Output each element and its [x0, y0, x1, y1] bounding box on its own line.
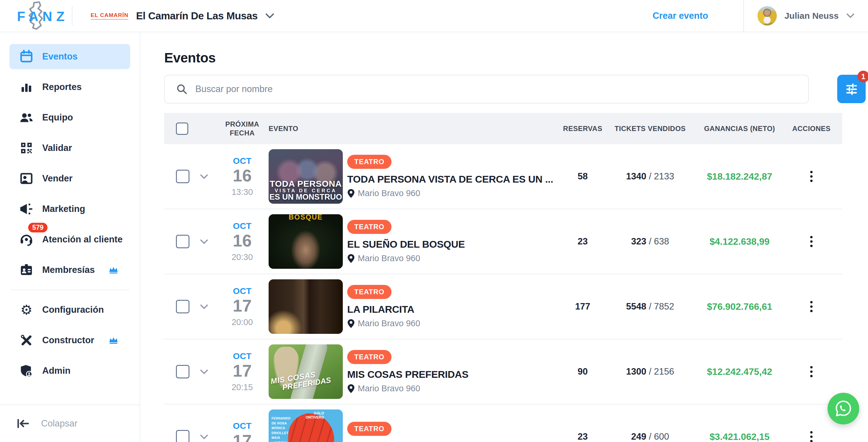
filter-sliders-icon	[844, 82, 859, 97]
sidebar-divider	[10, 290, 129, 290]
brand-text: FANZ	[17, 8, 69, 24]
bar-chart-icon	[19, 80, 34, 95]
avatar	[757, 6, 777, 26]
collapse-arrow-icon	[17, 419, 29, 428]
people-icon	[19, 110, 34, 125]
earnings-value: $76.902.766,61	[693, 301, 786, 312]
venue-logo: EL CAMARÍN	[91, 12, 128, 20]
venue-name: El Camarín De Las Musas	[136, 10, 258, 22]
event-info: TEATRO MIS COSAS PREFERIDAS Mario Bravo …	[345, 350, 558, 393]
sidebar-item-eventos[interactable]: Eventos	[9, 44, 130, 69]
page-title: Eventos	[164, 50, 216, 66]
sidebar-item-marketing[interactable]: Marketing	[9, 196, 130, 222]
row-actions-menu[interactable]	[810, 236, 813, 247]
event-thumbnail: FERNANDO DE ROSA MÓNICA DRIOLLET MAIA LA…	[269, 409, 343, 442]
shield-admin-icon	[19, 363, 34, 378]
event-thumbnail: MIS COSASPREFERIDAS	[269, 344, 343, 399]
venue-switcher[interactable]: EL CAMARÍN El Camarín De Las Musas	[91, 10, 275, 22]
row-actions-menu[interactable]	[810, 431, 813, 442]
reservas-value: 177	[558, 301, 608, 312]
location-pin-icon	[347, 254, 355, 263]
row-actions-menu[interactable]	[810, 301, 813, 312]
event-venue: Mario Bravo 960	[358, 319, 420, 328]
topbar-divider	[72, 6, 72, 26]
expand-chevron-icon[interactable]	[200, 239, 209, 245]
row-actions-menu[interactable]	[810, 171, 813, 182]
qr-code-icon	[19, 140, 34, 156]
table-row[interactable]: OCT 17 20:00 TEATRO LA PILARCITA Mario B…	[164, 274, 842, 339]
crown-icon	[108, 266, 119, 274]
reservas-value: 90	[558, 367, 608, 377]
sidebar-item-constructor[interactable]: Constructor	[9, 328, 130, 353]
sidebar-item-label: Admin	[42, 366, 70, 376]
sidebar-item-vender[interactable]: Vender	[9, 166, 130, 191]
sidebar-item-label: Marketing	[42, 204, 85, 214]
expand-chevron-icon[interactable]	[200, 434, 209, 440]
sidebar-item-label: Equipo	[42, 112, 73, 123]
tickets-value: 323 / 638	[608, 236, 693, 247]
filter-count-badge: 1	[858, 71, 868, 82]
event-venue: Mario Bravo 960	[358, 188, 420, 198]
row-checkbox[interactable]	[176, 170, 189, 183]
location-pin-icon	[347, 189, 355, 198]
event-title: TODA PERSONA VISTA DE CERCA ES UN ...	[347, 173, 558, 185]
table-row[interactable]: OCT 16 20:30 BOSQUE TEATRO EL SUEÑO DEL …	[164, 209, 842, 274]
earnings-value: $18.182.242,87	[693, 171, 786, 182]
sidebar-item-configuracion[interactable]: ⚙ Configuración	[9, 297, 130, 322]
table-row[interactable]: OCT 17 20:15 MIS COSASPREFERIDAS TEATRO …	[164, 339, 842, 405]
chevron-down-icon	[265, 13, 275, 19]
membership-card-icon	[19, 262, 34, 278]
sidebar-item-label: Configuración	[42, 305, 104, 315]
reservas-value: 58	[558, 171, 608, 182]
sidebar-item-label: Constructor	[42, 335, 94, 346]
sidebar-item-atencion[interactable]: 579 Atención al cliente	[9, 227, 130, 252]
earnings-value: $3.421.062,15	[693, 432, 786, 442]
category-badge: TEATRO	[347, 220, 392, 234]
event-date: OCT 17 20:15	[216, 351, 269, 392]
event-title: EL ODIO EN EL CUERPO	[347, 441, 558, 442]
sidebar-item-label: Atención al cliente	[42, 234, 123, 245]
gear-icon: ⚙	[19, 302, 34, 317]
row-actions-menu[interactable]	[810, 366, 813, 377]
sidebar-item-validar[interactable]: Validar	[9, 135, 130, 161]
sidebar-item-equipo[interactable]: Equipo	[9, 105, 130, 130]
event-date: OCT 17 20:00	[216, 286, 269, 327]
category-badge: TEATRO	[347, 350, 392, 364]
row-checkbox[interactable]	[176, 235, 189, 248]
filter-button[interactable]: 1	[837, 75, 866, 103]
reservas-value: 23	[558, 236, 608, 247]
location-pin-icon	[347, 319, 355, 328]
sidebar-item-label: Eventos	[42, 51, 78, 62]
user-name: Julian Neuss	[784, 11, 839, 21]
expand-chevron-icon[interactable]	[200, 304, 209, 310]
sidebar-item-reportes[interactable]: Reportes	[9, 74, 130, 100]
whatsapp-button[interactable]	[828, 393, 859, 424]
tickets-value: 5548 / 7852	[608, 301, 693, 312]
event-date: OCT 16 20:30	[216, 221, 269, 262]
event-date: OCT 17	[216, 421, 269, 442]
expand-chevron-icon[interactable]	[200, 174, 209, 179]
table-row[interactable]: OCT 16 13:30 TODA PERSONAVISTA DE CERCAE…	[164, 144, 842, 209]
collapse-label: Colapsar	[41, 418, 78, 429]
row-checkbox[interactable]	[176, 430, 189, 442]
user-menu[interactable]: Julian Neuss	[743, 0, 868, 32]
event-info: TEATRO EL SUEÑO DEL BOSQUE Mario Bravo 9…	[345, 220, 558, 263]
sidebar-item-label: Vender	[42, 173, 72, 184]
collapse-sidebar-button[interactable]: Colapsar	[0, 405, 140, 442]
select-all-checkbox[interactable]	[176, 123, 188, 135]
sidebar-item-membresias[interactable]: Membresías	[9, 257, 130, 283]
row-checkbox[interactable]	[176, 300, 189, 313]
sidebar-item-admin[interactable]: Admin	[9, 358, 130, 383]
event-info: TEATRO EL ODIO EN EL CUERPO	[345, 422, 558, 442]
expand-chevron-icon[interactable]	[200, 369, 209, 375]
category-badge: TEATRO	[347, 285, 392, 299]
earnings-value: $4.122.638,99	[693, 236, 786, 247]
search-input[interactable]	[195, 84, 808, 94]
col-tickets: TICKETS VENDIDOS	[608, 124, 693, 133]
create-event-button[interactable]: Crear evento	[652, 10, 708, 21]
row-checkbox[interactable]	[176, 365, 189, 378]
fanz-logo[interactable]: FANZ	[0, 0, 72, 32]
event-title: MIS COSAS PREFERIDAS	[347, 369, 558, 380]
location-pin-icon	[347, 384, 355, 393]
table-row[interactable]: OCT 17 FERNANDO DE ROSA MÓNICA DRIOLLET …	[164, 405, 842, 442]
